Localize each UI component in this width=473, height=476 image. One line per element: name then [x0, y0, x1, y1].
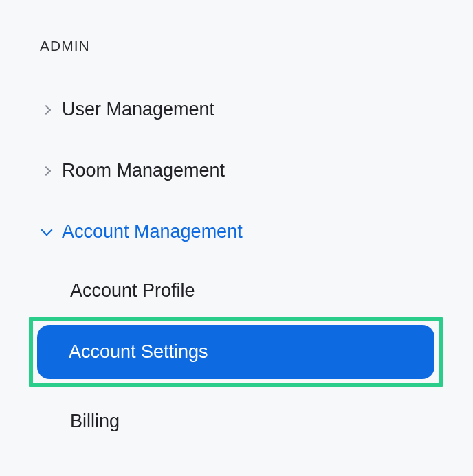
admin-nav-list: User Management Room Management Account … — [34, 92, 439, 447]
nav-item-account-management[interactable]: Account Management — [34, 214, 439, 249]
chevron-right-icon — [34, 168, 54, 174]
chevron-right-icon — [34, 106, 54, 113]
nav-item-user-management[interactable]: User Management — [34, 92, 439, 127]
highlight-indicator: Account Settings — [29, 317, 443, 387]
nav-item-label: User Management — [54, 99, 214, 120]
nav-item-label: Room Management — [54, 160, 225, 181]
account-management-subnav: Account Profile Account Settings Billing — [34, 265, 439, 447]
nav-item-room-management[interactable]: Room Management — [34, 153, 439, 188]
subnav-item-billing[interactable]: Billing — [34, 396, 439, 447]
admin-section-header: ADMIN — [34, 38, 439, 54]
subnav-item-account-profile[interactable]: Account Profile — [34, 265, 439, 317]
subnav-item-account-settings[interactable]: Account Settings — [37, 325, 434, 379]
chevron-down-icon — [34, 230, 54, 234]
nav-item-label: Account Management — [54, 221, 243, 242]
